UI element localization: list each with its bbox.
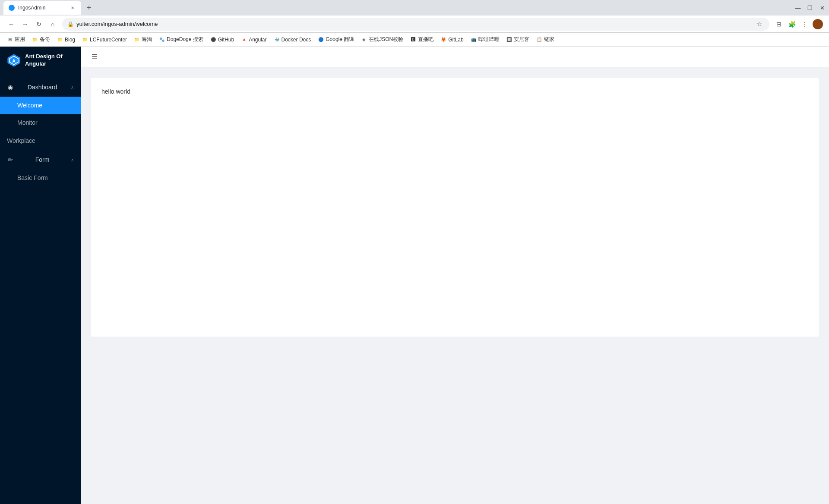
sidebar-monitor-label: Monitor xyxy=(17,119,38,126)
bookmark-label-14: 安居客 xyxy=(514,36,529,43)
sidebar-menu: ◉ Dashboard ∧ Welcome Monitor Workplace … xyxy=(0,74,81,504)
main-header: ☰ xyxy=(81,47,829,67)
welcome-message: hello world xyxy=(101,88,130,95)
hamburger-icon: ☰ xyxy=(92,53,98,61)
sidebar-item-dashboard[interactable]: ◉ Dashboard ∧ xyxy=(0,78,81,97)
bookmark-star-icon[interactable]: ☆ xyxy=(755,19,764,29)
dashboard-arrow-icon: ∧ xyxy=(71,85,74,90)
bookmark-favicon-9: 🔵 xyxy=(318,37,324,43)
bookmark-item-7[interactable]: 🔺Angular xyxy=(238,36,269,44)
profile-avatar[interactable] xyxy=(812,18,824,30)
sidebar-item-workplace[interactable]: Workplace xyxy=(0,131,81,150)
bookmark-favicon-15: 📋 xyxy=(536,37,542,43)
bookmark-label-10: 在线JSON校验 xyxy=(369,36,403,43)
refresh-button[interactable]: ↻ xyxy=(33,18,45,30)
minimize-button[interactable]: — xyxy=(794,5,801,11)
bookmark-item-9[interactable]: 🔵Google 翻译 xyxy=(315,35,357,44)
forward-button[interactable]: → xyxy=(19,18,31,30)
sidebar-item-monitor[interactable]: Monitor xyxy=(0,114,81,131)
bookmark-label-3: LCFutureCenter xyxy=(90,37,127,43)
bookmark-item-14[interactable]: 🔲安居客 xyxy=(503,35,532,44)
sidebar-item-welcome[interactable]: Welcome xyxy=(0,97,81,114)
tab-bar: IngosAdmin ✕ + — ❐ ✕ xyxy=(0,0,829,16)
close-window-button[interactable]: ✕ xyxy=(819,5,826,11)
app-layout: A Ant Design Of Angular ◉ Dashboard ∧ We… xyxy=(0,47,829,504)
menu-icon[interactable]: ⋮ xyxy=(799,18,811,30)
bookmark-favicon-14: 🔲 xyxy=(506,37,512,43)
form-icon: ✏ xyxy=(7,156,14,163)
tab-favicon xyxy=(9,5,15,11)
bookmark-favicon-8: 🐳 xyxy=(274,37,280,43)
toolbar-right: ⊟ 🧩 ⋮ xyxy=(773,18,824,30)
bookmark-item-11[interactable]: 🅱直播吧 xyxy=(408,35,436,44)
bookmark-item-5[interactable]: 🐾DogeDoge 搜索 xyxy=(156,35,206,44)
address-bar: ← → ↻ ⌂ 🔒 yuiter.com/ingos-admin/welcome… xyxy=(0,16,829,33)
bookmark-favicon-4: 📁 xyxy=(134,37,140,43)
bookmark-item-1[interactable]: 📁备份 xyxy=(29,35,53,44)
bookmark-label-12: GitLab xyxy=(448,37,463,43)
sidebar-form-label: Form xyxy=(35,156,50,163)
bookmark-item-8[interactable]: 🐳Docker Docs xyxy=(271,36,314,44)
bookmark-label-13: 哔哩哔哩 xyxy=(478,36,499,43)
bookmark-label-5: DogeDoge 搜索 xyxy=(167,36,203,43)
sidebar-logo: A Ant Design Of Angular xyxy=(0,47,81,74)
hamburger-button[interactable]: ☰ xyxy=(88,50,101,64)
sidebar-workplace-label: Workplace xyxy=(7,137,35,144)
sidebar-dashboard-label: Dashboard xyxy=(28,84,57,91)
bookmark-label-0: 应用 xyxy=(15,36,25,43)
bookmark-favicon-6: ⚫ xyxy=(210,37,216,43)
bookmark-item-4[interactable]: 📁海淘 xyxy=(131,35,155,44)
bookmark-label-6: GitHub xyxy=(218,37,234,43)
content-area: hello world xyxy=(81,67,829,504)
bookmarks-bar: ⊞应用📁备份📁Blog📁LCFutureCenter📁海淘🐾DogeDoge 搜… xyxy=(0,33,829,47)
bookmark-favicon-10: ◈ xyxy=(361,37,367,43)
sidebar-item-basic-form[interactable]: Basic Form xyxy=(0,169,81,186)
back-button[interactable]: ← xyxy=(5,18,17,30)
bookmark-label-11: 直播吧 xyxy=(418,36,433,43)
bookmark-item-13[interactable]: 📺哔哩哔哩 xyxy=(468,35,502,44)
bookmark-item-12[interactable]: 🦊GitLab xyxy=(438,36,466,44)
bookmark-item-10[interactable]: ◈在线JSON校验 xyxy=(358,35,406,44)
bookmark-favicon-3: 📁 xyxy=(82,37,88,43)
window-controls: — ❐ ✕ xyxy=(794,5,826,11)
main-content: ☰ hello world xyxy=(81,47,829,504)
bookmark-favicon-1: 📁 xyxy=(32,37,38,43)
bookmark-label-4: 海淘 xyxy=(142,36,152,43)
welcome-card: hello world xyxy=(91,78,819,337)
sidebar-logo-text: Ant Design Of Angular xyxy=(25,53,74,68)
bookmark-item-6[interactable]: ⚫GitHub xyxy=(208,36,237,44)
translate-icon[interactable]: ⊟ xyxy=(773,18,785,30)
sidebar-item-form[interactable]: ✏ Form ∧ xyxy=(0,150,81,169)
restore-button[interactable]: ❐ xyxy=(807,5,813,11)
bookmark-favicon-2: 📁 xyxy=(57,37,63,43)
nav-buttons: ← → ↻ ⌂ xyxy=(5,18,59,30)
sidebar: A Ant Design Of Angular ◉ Dashboard ∧ We… xyxy=(0,47,81,504)
bookmark-label-1: 备份 xyxy=(40,36,50,43)
bookmark-label-8: Docker Docs xyxy=(282,37,311,43)
bookmark-item-2[interactable]: 📁Blog xyxy=(54,36,78,44)
form-arrow-icon: ∧ xyxy=(71,158,74,162)
extensions-icon[interactable]: 🧩 xyxy=(786,18,798,30)
bookmark-favicon-13: 📺 xyxy=(471,37,477,43)
bookmark-item-3[interactable]: 📁LCFutureCenter xyxy=(79,36,130,44)
bookmark-favicon-11: 🅱 xyxy=(410,37,416,43)
sidebar-welcome-label: Welcome xyxy=(17,102,42,109)
address-text: yuiter.com/ingos-admin/welcome xyxy=(76,21,752,27)
address-input[interactable]: 🔒 yuiter.com/ingos-admin/welcome ☆ xyxy=(62,18,769,31)
tab-title: IngosAdmin xyxy=(18,5,66,11)
browser-tab-active[interactable]: IngosAdmin ✕ xyxy=(3,1,81,15)
bookmark-favicon-7: 🔺 xyxy=(241,37,247,43)
home-button[interactable]: ⌂ xyxy=(47,18,59,30)
bookmark-favicon-5: 🐾 xyxy=(159,37,165,43)
bookmark-label-2: Blog xyxy=(65,37,75,43)
sidebar-basic-form-label: Basic Form xyxy=(17,174,48,181)
tab-close-button[interactable]: ✕ xyxy=(69,4,76,11)
lock-icon: 🔒 xyxy=(67,21,74,27)
svg-text:A: A xyxy=(12,59,15,63)
new-tab-button[interactable]: + xyxy=(83,2,95,14)
bookmark-favicon-0: ⊞ xyxy=(7,37,13,43)
address-right-icons: ☆ xyxy=(755,19,764,29)
bookmark-item-0[interactable]: ⊞应用 xyxy=(4,35,28,44)
logo-icon: A xyxy=(7,54,21,67)
bookmark-item-15[interactable]: 📋链家 xyxy=(534,35,557,44)
